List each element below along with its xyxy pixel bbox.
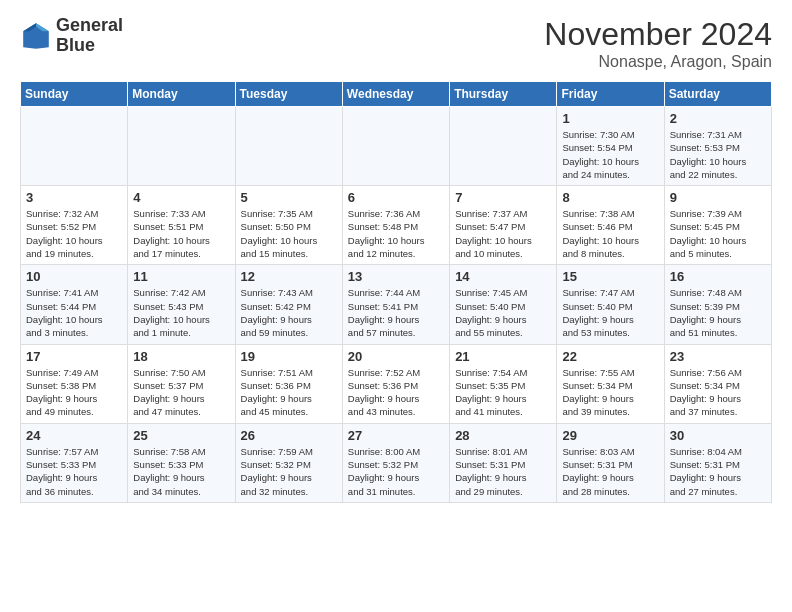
calendar-cell: 17Sunrise: 7:49 AM Sunset: 5:38 PM Dayli… xyxy=(21,344,128,423)
calendar-week-4: 17Sunrise: 7:49 AM Sunset: 5:38 PM Dayli… xyxy=(21,344,772,423)
calendar-cell: 8Sunrise: 7:38 AM Sunset: 5:46 PM Daylig… xyxy=(557,186,664,265)
day-info: Sunrise: 7:37 AM Sunset: 5:47 PM Dayligh… xyxy=(455,207,551,260)
day-number: 18 xyxy=(133,349,229,364)
day-number: 9 xyxy=(670,190,766,205)
day-number: 27 xyxy=(348,428,444,443)
calendar-cell: 30Sunrise: 8:04 AM Sunset: 5:31 PM Dayli… xyxy=(664,423,771,502)
day-number: 28 xyxy=(455,428,551,443)
day-number: 12 xyxy=(241,269,337,284)
logo: General Blue xyxy=(20,16,123,56)
calendar-table: SundayMondayTuesdayWednesdayThursdayFrid… xyxy=(20,81,772,503)
day-info: Sunrise: 7:42 AM Sunset: 5:43 PM Dayligh… xyxy=(133,286,229,339)
calendar-week-3: 10Sunrise: 7:41 AM Sunset: 5:44 PM Dayli… xyxy=(21,265,772,344)
calendar-cell: 27Sunrise: 8:00 AM Sunset: 5:32 PM Dayli… xyxy=(342,423,449,502)
day-number: 15 xyxy=(562,269,658,284)
day-info: Sunrise: 7:39 AM Sunset: 5:45 PM Dayligh… xyxy=(670,207,766,260)
location: Nonaspe, Aragon, Spain xyxy=(544,53,772,71)
day-number: 11 xyxy=(133,269,229,284)
calendar-cell: 13Sunrise: 7:44 AM Sunset: 5:41 PM Dayli… xyxy=(342,265,449,344)
day-info: Sunrise: 7:31 AM Sunset: 5:53 PM Dayligh… xyxy=(670,128,766,181)
weekday-header-saturday: Saturday xyxy=(664,82,771,107)
day-info: Sunrise: 7:57 AM Sunset: 5:33 PM Dayligh… xyxy=(26,445,122,498)
day-number: 19 xyxy=(241,349,337,364)
day-number: 13 xyxy=(348,269,444,284)
day-number: 22 xyxy=(562,349,658,364)
calendar-cell: 14Sunrise: 7:45 AM Sunset: 5:40 PM Dayli… xyxy=(450,265,557,344)
logo-text: General Blue xyxy=(56,16,123,56)
day-info: Sunrise: 7:55 AM Sunset: 5:34 PM Dayligh… xyxy=(562,366,658,419)
day-number: 26 xyxy=(241,428,337,443)
day-number: 21 xyxy=(455,349,551,364)
calendar-cell: 21Sunrise: 7:54 AM Sunset: 5:35 PM Dayli… xyxy=(450,344,557,423)
day-number: 4 xyxy=(133,190,229,205)
calendar-cell: 7Sunrise: 7:37 AM Sunset: 5:47 PM Daylig… xyxy=(450,186,557,265)
calendar-cell xyxy=(450,107,557,186)
day-info: Sunrise: 7:50 AM Sunset: 5:37 PM Dayligh… xyxy=(133,366,229,419)
weekday-header-row: SundayMondayTuesdayWednesdayThursdayFrid… xyxy=(21,82,772,107)
month-title: November 2024 xyxy=(544,16,772,53)
day-number: 17 xyxy=(26,349,122,364)
day-info: Sunrise: 7:48 AM Sunset: 5:39 PM Dayligh… xyxy=(670,286,766,339)
calendar-cell: 28Sunrise: 8:01 AM Sunset: 5:31 PM Dayli… xyxy=(450,423,557,502)
day-number: 23 xyxy=(670,349,766,364)
calendar-cell xyxy=(21,107,128,186)
calendar-cell: 1Sunrise: 7:30 AM Sunset: 5:54 PM Daylig… xyxy=(557,107,664,186)
day-info: Sunrise: 7:45 AM Sunset: 5:40 PM Dayligh… xyxy=(455,286,551,339)
day-number: 8 xyxy=(562,190,658,205)
day-info: Sunrise: 7:38 AM Sunset: 5:46 PM Dayligh… xyxy=(562,207,658,260)
calendar-cell: 5Sunrise: 7:35 AM Sunset: 5:50 PM Daylig… xyxy=(235,186,342,265)
calendar-cell: 29Sunrise: 8:03 AM Sunset: 5:31 PM Dayli… xyxy=(557,423,664,502)
day-info: Sunrise: 7:33 AM Sunset: 5:51 PM Dayligh… xyxy=(133,207,229,260)
calendar-cell xyxy=(128,107,235,186)
calendar-cell: 2Sunrise: 7:31 AM Sunset: 5:53 PM Daylig… xyxy=(664,107,771,186)
day-info: Sunrise: 7:59 AM Sunset: 5:32 PM Dayligh… xyxy=(241,445,337,498)
calendar-cell: 24Sunrise: 7:57 AM Sunset: 5:33 PM Dayli… xyxy=(21,423,128,502)
calendar-cell: 3Sunrise: 7:32 AM Sunset: 5:52 PM Daylig… xyxy=(21,186,128,265)
weekday-header-thursday: Thursday xyxy=(450,82,557,107)
calendar-week-5: 24Sunrise: 7:57 AM Sunset: 5:33 PM Dayli… xyxy=(21,423,772,502)
weekday-header-wednesday: Wednesday xyxy=(342,82,449,107)
day-number: 2 xyxy=(670,111,766,126)
day-number: 30 xyxy=(670,428,766,443)
day-number: 24 xyxy=(26,428,122,443)
weekday-header-tuesday: Tuesday xyxy=(235,82,342,107)
calendar-cell: 10Sunrise: 7:41 AM Sunset: 5:44 PM Dayli… xyxy=(21,265,128,344)
day-info: Sunrise: 7:49 AM Sunset: 5:38 PM Dayligh… xyxy=(26,366,122,419)
day-info: Sunrise: 7:51 AM Sunset: 5:36 PM Dayligh… xyxy=(241,366,337,419)
day-number: 10 xyxy=(26,269,122,284)
day-number: 6 xyxy=(348,190,444,205)
day-info: Sunrise: 7:41 AM Sunset: 5:44 PM Dayligh… xyxy=(26,286,122,339)
calendar-cell: 25Sunrise: 7:58 AM Sunset: 5:33 PM Dayli… xyxy=(128,423,235,502)
calendar-cell: 9Sunrise: 7:39 AM Sunset: 5:45 PM Daylig… xyxy=(664,186,771,265)
day-info: Sunrise: 7:44 AM Sunset: 5:41 PM Dayligh… xyxy=(348,286,444,339)
day-info: Sunrise: 7:47 AM Sunset: 5:40 PM Dayligh… xyxy=(562,286,658,339)
calendar-cell: 16Sunrise: 7:48 AM Sunset: 5:39 PM Dayli… xyxy=(664,265,771,344)
calendar-cell: 4Sunrise: 7:33 AM Sunset: 5:51 PM Daylig… xyxy=(128,186,235,265)
day-info: Sunrise: 7:54 AM Sunset: 5:35 PM Dayligh… xyxy=(455,366,551,419)
calendar-cell: 18Sunrise: 7:50 AM Sunset: 5:37 PM Dayli… xyxy=(128,344,235,423)
calendar-cell: 23Sunrise: 7:56 AM Sunset: 5:34 PM Dayli… xyxy=(664,344,771,423)
calendar-body: 1Sunrise: 7:30 AM Sunset: 5:54 PM Daylig… xyxy=(21,107,772,503)
day-info: Sunrise: 7:35 AM Sunset: 5:50 PM Dayligh… xyxy=(241,207,337,260)
logo-icon xyxy=(20,20,52,52)
calendar-week-2: 3Sunrise: 7:32 AM Sunset: 5:52 PM Daylig… xyxy=(21,186,772,265)
calendar-cell: 22Sunrise: 7:55 AM Sunset: 5:34 PM Dayli… xyxy=(557,344,664,423)
day-info: Sunrise: 8:01 AM Sunset: 5:31 PM Dayligh… xyxy=(455,445,551,498)
weekday-header-sunday: Sunday xyxy=(21,82,128,107)
calendar-cell xyxy=(342,107,449,186)
calendar-cell: 26Sunrise: 7:59 AM Sunset: 5:32 PM Dayli… xyxy=(235,423,342,502)
calendar-cell: 12Sunrise: 7:43 AM Sunset: 5:42 PM Dayli… xyxy=(235,265,342,344)
weekday-header-monday: Monday xyxy=(128,82,235,107)
day-info: Sunrise: 8:04 AM Sunset: 5:31 PM Dayligh… xyxy=(670,445,766,498)
day-number: 3 xyxy=(26,190,122,205)
calendar-header: SundayMondayTuesdayWednesdayThursdayFrid… xyxy=(21,82,772,107)
day-info: Sunrise: 7:32 AM Sunset: 5:52 PM Dayligh… xyxy=(26,207,122,260)
day-info: Sunrise: 8:03 AM Sunset: 5:31 PM Dayligh… xyxy=(562,445,658,498)
day-info: Sunrise: 7:56 AM Sunset: 5:34 PM Dayligh… xyxy=(670,366,766,419)
day-info: Sunrise: 7:43 AM Sunset: 5:42 PM Dayligh… xyxy=(241,286,337,339)
day-number: 25 xyxy=(133,428,229,443)
weekday-header-friday: Friday xyxy=(557,82,664,107)
calendar-week-1: 1Sunrise: 7:30 AM Sunset: 5:54 PM Daylig… xyxy=(21,107,772,186)
page-header: General Blue November 2024 Nonaspe, Arag… xyxy=(20,16,772,71)
calendar-cell: 19Sunrise: 7:51 AM Sunset: 5:36 PM Dayli… xyxy=(235,344,342,423)
